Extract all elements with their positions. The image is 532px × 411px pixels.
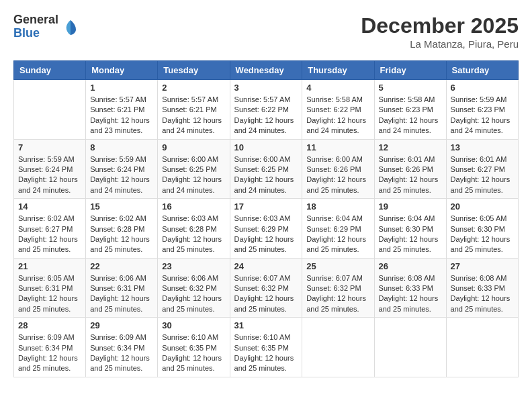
- calendar-week-row: 7Sunrise: 5:59 AMSunset: 6:24 PMDaylight…: [14, 139, 519, 199]
- calendar-cell: 20Sunrise: 6:05 AMSunset: 6:30 PMDayligh…: [446, 199, 518, 259]
- day-info: Sunrise: 5:59 AMSunset: 6:24 PMDaylight:…: [18, 154, 81, 196]
- weekday-header-monday: Monday: [86, 61, 158, 80]
- calendar-cell: 7Sunrise: 5:59 AMSunset: 6:24 PMDaylight…: [14, 139, 86, 199]
- day-info: Sunrise: 6:06 AMSunset: 6:31 PMDaylight:…: [90, 273, 153, 315]
- calendar-cell: [446, 318, 518, 377]
- day-number: 6: [451, 83, 514, 93]
- day-info: Sunrise: 6:01 AMSunset: 6:27 PMDaylight:…: [451, 154, 514, 196]
- calendar-cell: 15Sunrise: 6:02 AMSunset: 6:28 PMDayligh…: [86, 199, 158, 259]
- day-number: 20: [451, 201, 514, 212]
- calendar-cell: 22Sunrise: 6:06 AMSunset: 6:31 PMDayligh…: [86, 258, 158, 318]
- day-number: 7: [18, 142, 81, 152]
- calendar-cell: 29Sunrise: 6:09 AMSunset: 6:34 PMDayligh…: [86, 318, 158, 377]
- calendar-cell: 2Sunrise: 5:57 AMSunset: 6:21 PMDaylight…: [158, 80, 230, 140]
- day-number: 27: [451, 261, 514, 271]
- calendar-header-row: SundayMondayTuesdayWednesdayThursdayFrid…: [14, 61, 519, 80]
- calendar-cell: 14Sunrise: 6:02 AMSunset: 6:27 PMDayligh…: [14, 199, 86, 259]
- day-number: 1: [90, 83, 153, 93]
- location: La Matanza, Piura, Peru: [361, 38, 519, 50]
- title-block: December 2025 La Matanza, Piura, Peru: [361, 13, 519, 50]
- weekday-header-sunday: Sunday: [14, 61, 86, 80]
- day-info: Sunrise: 5:58 AMSunset: 6:22 PMDaylight:…: [306, 95, 369, 136]
- weekday-header-wednesday: Wednesday: [230, 61, 302, 80]
- calendar-cell: 23Sunrise: 6:06 AMSunset: 6:32 PMDayligh…: [158, 258, 230, 318]
- calendar-table: SundayMondayTuesdayWednesdayThursdayFrid…: [13, 60, 519, 377]
- day-info: Sunrise: 6:06 AMSunset: 6:32 PMDaylight:…: [162, 273, 225, 315]
- day-number: 13: [451, 142, 514, 152]
- logo: General Blue: [13, 13, 80, 40]
- calendar-cell: 19Sunrise: 6:04 AMSunset: 6:30 PMDayligh…: [374, 199, 446, 259]
- calendar-cell: 31Sunrise: 6:10 AMSunset: 6:35 PMDayligh…: [230, 318, 302, 377]
- day-number: 12: [379, 142, 442, 152]
- calendar-cell: 24Sunrise: 6:07 AMSunset: 6:32 PMDayligh…: [230, 258, 302, 318]
- day-info: Sunrise: 6:03 AMSunset: 6:29 PMDaylight:…: [234, 214, 298, 255]
- calendar-cell: 18Sunrise: 6:04 AMSunset: 6:29 PMDayligh…: [302, 199, 374, 259]
- day-number: 9: [162, 142, 225, 152]
- page-header: General Blue December 2025 La Matanza, P…: [13, 13, 519, 50]
- weekday-header-saturday: Saturday: [446, 61, 518, 80]
- calendar-cell: 21Sunrise: 6:05 AMSunset: 6:31 PMDayligh…: [14, 258, 86, 318]
- day-info: Sunrise: 6:04 AMSunset: 6:29 PMDaylight:…: [306, 214, 369, 255]
- day-info: Sunrise: 6:09 AMSunset: 6:34 PMDaylight:…: [90, 332, 153, 374]
- day-number: 25: [306, 261, 369, 271]
- calendar-week-row: 14Sunrise: 6:02 AMSunset: 6:27 PMDayligh…: [14, 199, 519, 259]
- calendar-cell: 11Sunrise: 6:00 AMSunset: 6:26 PMDayligh…: [302, 139, 374, 199]
- calendar-cell: 25Sunrise: 6:07 AMSunset: 6:32 PMDayligh…: [302, 258, 374, 318]
- logo-icon: [61, 17, 80, 36]
- calendar-cell: 26Sunrise: 6:08 AMSunset: 6:33 PMDayligh…: [374, 258, 446, 318]
- day-number: 14: [18, 201, 81, 212]
- calendar-cell: 4Sunrise: 5:58 AMSunset: 6:22 PMDaylight…: [302, 80, 374, 140]
- day-info: Sunrise: 5:57 AMSunset: 6:21 PMDaylight:…: [90, 95, 153, 136]
- day-number: 10: [234, 142, 298, 152]
- calendar-cell: 17Sunrise: 6:03 AMSunset: 6:29 PMDayligh…: [230, 199, 302, 259]
- calendar-cell: 6Sunrise: 5:59 AMSunset: 6:23 PMDaylight…: [446, 80, 518, 140]
- day-number: 26: [379, 261, 442, 271]
- calendar-cell: 28Sunrise: 6:09 AMSunset: 6:34 PMDayligh…: [14, 318, 86, 377]
- day-info: Sunrise: 5:59 AMSunset: 6:24 PMDaylight:…: [90, 154, 153, 196]
- calendar-cell: 1Sunrise: 5:57 AMSunset: 6:21 PMDaylight…: [86, 80, 158, 140]
- day-number: 17: [234, 201, 298, 212]
- day-info: Sunrise: 6:00 AMSunset: 6:25 PMDaylight:…: [234, 154, 298, 196]
- day-number: 15: [90, 201, 153, 212]
- month-title: December 2025: [361, 13, 519, 38]
- day-number: 5: [379, 83, 442, 93]
- weekday-header-thursday: Thursday: [302, 61, 374, 80]
- day-info: Sunrise: 6:05 AMSunset: 6:31 PMDaylight:…: [18, 273, 81, 315]
- weekday-header-tuesday: Tuesday: [158, 61, 230, 80]
- day-info: Sunrise: 6:09 AMSunset: 6:34 PMDaylight:…: [18, 332, 81, 374]
- day-info: Sunrise: 5:59 AMSunset: 6:23 PMDaylight:…: [451, 95, 514, 136]
- day-info: Sunrise: 6:03 AMSunset: 6:28 PMDaylight:…: [162, 214, 225, 255]
- calendar-cell: 16Sunrise: 6:03 AMSunset: 6:28 PMDayligh…: [158, 199, 230, 259]
- day-number: 21: [18, 261, 81, 271]
- day-number: 11: [306, 142, 369, 152]
- day-info: Sunrise: 6:10 AMSunset: 6:35 PMDaylight:…: [162, 332, 225, 374]
- day-info: Sunrise: 6:08 AMSunset: 6:33 PMDaylight:…: [451, 273, 514, 315]
- day-info: Sunrise: 5:57 AMSunset: 6:21 PMDaylight:…: [162, 95, 225, 136]
- calendar-cell: 8Sunrise: 5:59 AMSunset: 6:24 PMDaylight…: [86, 139, 158, 199]
- day-number: 18: [306, 201, 369, 212]
- calendar-cell: 3Sunrise: 5:57 AMSunset: 6:22 PMDaylight…: [230, 80, 302, 140]
- day-number: 4: [306, 83, 369, 93]
- day-info: Sunrise: 6:10 AMSunset: 6:35 PMDaylight:…: [234, 332, 298, 374]
- calendar-cell: [374, 318, 446, 377]
- calendar-cell: [14, 80, 86, 140]
- day-info: Sunrise: 6:02 AMSunset: 6:27 PMDaylight:…: [18, 214, 81, 255]
- day-info: Sunrise: 6:00 AMSunset: 6:26 PMDaylight:…: [306, 154, 369, 196]
- calendar-cell: 10Sunrise: 6:00 AMSunset: 6:25 PMDayligh…: [230, 139, 302, 199]
- calendar-week-row: 28Sunrise: 6:09 AMSunset: 6:34 PMDayligh…: [14, 318, 519, 377]
- calendar-cell: 12Sunrise: 6:01 AMSunset: 6:26 PMDayligh…: [374, 139, 446, 199]
- calendar-week-row: 1Sunrise: 5:57 AMSunset: 6:21 PMDaylight…: [14, 80, 519, 140]
- day-number: 30: [162, 320, 225, 330]
- day-info: Sunrise: 6:05 AMSunset: 6:30 PMDaylight:…: [451, 214, 514, 255]
- day-number: 23: [162, 261, 225, 271]
- calendar-cell: 9Sunrise: 6:00 AMSunset: 6:25 PMDaylight…: [158, 139, 230, 199]
- day-info: Sunrise: 5:58 AMSunset: 6:23 PMDaylight:…: [379, 95, 442, 136]
- day-number: 3: [234, 83, 298, 93]
- calendar-cell: 5Sunrise: 5:58 AMSunset: 6:23 PMDaylight…: [374, 80, 446, 140]
- day-info: Sunrise: 6:08 AMSunset: 6:33 PMDaylight:…: [379, 273, 442, 315]
- day-number: 31: [234, 320, 298, 330]
- day-number: 16: [162, 201, 225, 212]
- day-info: Sunrise: 6:07 AMSunset: 6:32 PMDaylight:…: [234, 273, 298, 315]
- day-number: 2: [162, 83, 225, 93]
- day-info: Sunrise: 6:00 AMSunset: 6:25 PMDaylight:…: [162, 154, 225, 196]
